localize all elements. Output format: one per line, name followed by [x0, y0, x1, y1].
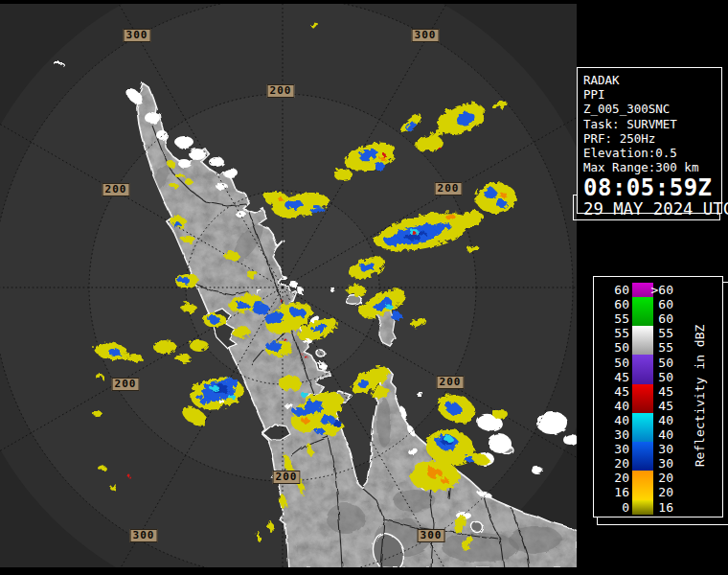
- legend-row: 016: [594, 500, 722, 515]
- range-ring-label: 200: [102, 183, 130, 196]
- radar-display: 300 200 300 200 200 200 200 200 300 300: [0, 0, 577, 575]
- range-ring-label: 200: [267, 84, 295, 98]
- range-ring-label: 200: [437, 376, 465, 389]
- range-ring-label: 200: [273, 471, 301, 484]
- range-ring-label: 300: [418, 529, 445, 542]
- max-range-value: Max Range:300 km: [583, 160, 716, 174]
- legend-row: 6060: [594, 297, 722, 311]
- range-ring-label: 200: [112, 378, 140, 391]
- scan-date: 29 MAY 2024 UTC: [583, 200, 716, 218]
- product-info-box: RADAK PPI Z_005_300SNC Task: SURVMET PRF…: [577, 67, 722, 214]
- legend-row: 2020: [594, 471, 722, 485]
- side-panel: RADAK PPI Z_005_300SNC Task: SURVMET PRF…: [577, 0, 728, 575]
- legend-row: 1620: [594, 485, 722, 499]
- task-name: Task: SURVMET: [583, 117, 716, 131]
- radar-application-window: 300 200 300 200 200 200 200 200 300 300 …: [0, 0, 728, 575]
- elevation-value: Elevation:0.5: [583, 146, 716, 160]
- range-ring-label: 300: [130, 529, 158, 542]
- range-ring-label: 200: [435, 182, 463, 196]
- product-id: Z_005_300SNC: [583, 102, 716, 116]
- radar-site-name: RADAK: [583, 73, 716, 87]
- timestamp: 08:05:59Z: [583, 175, 716, 200]
- scan-type: PPI: [583, 87, 716, 102]
- prf-value: PRF: 250Hz: [583, 131, 716, 146]
- range-ring-label: 300: [124, 29, 151, 42]
- legend-row: 60>60: [594, 283, 722, 297]
- range-ring-label: 300: [412, 29, 440, 42]
